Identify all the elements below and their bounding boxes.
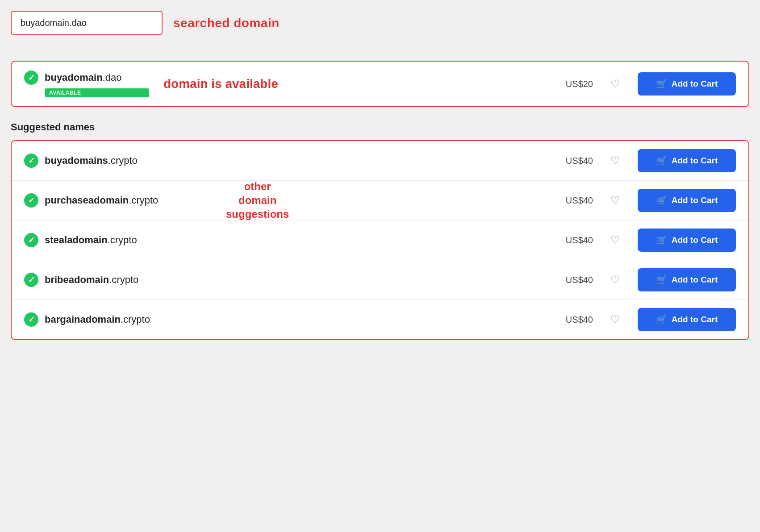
- suggestion-name-col-0: buyadomains.crypto: [24, 154, 194, 168]
- heart-icon-4: ♡: [610, 313, 620, 326]
- suggestion-cart-label-1: Add to Cart: [672, 195, 718, 205]
- cart-icon-0: 🛒: [656, 155, 667, 166]
- suggestion-name-col-1: purchaseadomain.crypto: [24, 193, 194, 208]
- suggestion-add-to-cart-3[interactable]: 🛒 Add to Cart: [638, 268, 736, 291]
- available-badge: AVAILABLE: [45, 88, 149, 97]
- suggestion-wishlist-4[interactable]: ♡: [607, 312, 623, 328]
- suggestion-price-4: US$40: [557, 315, 593, 325]
- suggestion-price-3: US$40: [557, 275, 593, 285]
- suggested-names-title: Suggested names: [11, 121, 749, 133]
- main-domain-text: buyadomain.dao: [45, 72, 121, 83]
- cart-icon-3: 🛒: [656, 274, 667, 285]
- suggestion-add-to-cart-1[interactable]: 🛒 Add to Cart: [638, 189, 736, 212]
- suggestion-row-2: stealadomain.crypto US$40 ♡ 🛒 Add to Car…: [12, 220, 748, 260]
- suggestion-check-icon-4: [24, 312, 38, 327]
- suggestion-domain-ext-1: .crypto: [129, 195, 158, 206]
- suggestion-check-icon-1: [24, 193, 38, 208]
- suggestion-domain-ext-0: .crypto: [108, 155, 138, 166]
- suggestion-name-col-3: bribeadomain.crypto: [24, 273, 194, 287]
- cart-icon-1: 🛒: [656, 195, 667, 206]
- other-domain-suggestions-annotation: other domain suggestions: [226, 179, 289, 221]
- suggestion-check-icon-3: [24, 273, 38, 287]
- suggestion-domain-text-3: bribeadomain.crypto: [45, 274, 138, 286]
- search-input[interactable]: [11, 11, 163, 35]
- suggestion-domain-text-0: buyadomains.crypto: [45, 155, 138, 166]
- suggestion-cart-label-0: Add to Cart: [672, 156, 718, 166]
- suggestion-price-2: US$40: [557, 235, 593, 245]
- top-divider: [11, 48, 749, 48]
- suggestion-wishlist-3[interactable]: ♡: [607, 272, 623, 288]
- cart-icon-4: 🛒: [656, 314, 667, 325]
- suggestion-add-to-cart-4[interactable]: 🛒 Add to Cart: [638, 308, 736, 331]
- suggestion-row-3: bribeadomain.crypto US$40 ♡ 🛒 Add to Car…: [12, 260, 748, 300]
- suggestion-domain-ext-2: .crypto: [108, 234, 137, 245]
- heart-icon-1: ♡: [610, 194, 620, 207]
- main-price: US$20: [557, 79, 593, 89]
- domain-available-annotation: domain is available: [163, 77, 278, 91]
- suggestion-cart-label-2: Add to Cart: [672, 235, 718, 245]
- main-result-card: buyadomain.dao AVAILABLE domain is avail…: [11, 61, 749, 107]
- suggestion-row-0: buyadomains.crypto US$40 ♡ 🛒 Add to Cart: [12, 141, 748, 181]
- suggestion-cart-label-3: Add to Cart: [672, 275, 718, 285]
- suggestion-check-icon-2: [24, 233, 38, 247]
- suggestion-name-col-4: bargainadomain.crypto: [24, 312, 194, 327]
- heart-icon-2: ♡: [610, 234, 620, 246]
- suggestion-price-1: US$40: [557, 195, 593, 206]
- suggestion-row-1: purchaseadomain.crypto other domain sugg…: [12, 181, 748, 220]
- suggestion-add-to-cart-0[interactable]: 🛒 Add to Cart: [638, 149, 736, 172]
- main-add-to-cart-button[interactable]: 🛒 Add to Cart: [638, 72, 736, 96]
- heart-icon-3: ♡: [610, 274, 620, 286]
- suggestion-domain-text-2: stealadomain.crypto: [45, 234, 137, 246]
- available-check-icon: [24, 71, 38, 85]
- main-domain-info: buyadomain.dao AVAILABLE: [24, 71, 149, 97]
- heart-icon: ♡: [610, 78, 620, 90]
- suggestion-price-0: US$40: [557, 156, 593, 166]
- heart-icon-0: ♡: [610, 154, 620, 167]
- suggestion-row-4: bargainadomain.crypto US$40 ♡ 🛒 Add to C…: [12, 300, 748, 339]
- searched-domain-annotation: searched domain: [173, 16, 280, 30]
- suggestion-domain-ext-4: .crypto: [121, 314, 150, 325]
- suggestion-wishlist-0[interactable]: ♡: [607, 153, 623, 169]
- main-add-to-cart-label: Add to Cart: [672, 79, 718, 89]
- suggestion-domain-bold-1: purchaseadomain: [45, 195, 129, 206]
- suggestions-container: buyadomains.crypto US$40 ♡ 🛒 Add to Cart…: [11, 140, 749, 340]
- suggestion-domain-text-4: bargainadomain.crypto: [45, 314, 150, 325]
- suggestion-domain-bold-2: stealadomain: [45, 234, 108, 245]
- suggestion-domain-text-1: purchaseadomain.crypto: [45, 195, 158, 206]
- suggestion-domain-bold-4: bargainadomain: [45, 314, 121, 325]
- cart-icon-2: 🛒: [656, 235, 667, 245]
- suggestion-domain-ext-3: .crypto: [109, 274, 138, 285]
- suggestion-name-col-2: stealadomain.crypto: [24, 233, 194, 247]
- cart-icon: 🛒: [656, 79, 667, 89]
- suggestion-domain-bold-3: bribeadomain: [45, 274, 109, 285]
- suggestion-check-icon-0: [24, 154, 38, 168]
- suggestion-domain-bold-0: buyadomains: [45, 155, 108, 166]
- main-wishlist-button[interactable]: ♡: [607, 76, 623, 92]
- suggestion-add-to-cart-2[interactable]: 🛒 Add to Cart: [638, 229, 736, 252]
- suggestion-cart-label-4: Add to Cart: [672, 315, 718, 324]
- suggestion-wishlist-2[interactable]: ♡: [607, 232, 623, 248]
- suggestion-wishlist-1[interactable]: ♡: [607, 192, 623, 208]
- main-domain-bold: buyadomain: [45, 72, 103, 83]
- main-domain-ext: .dao: [103, 72, 122, 83]
- top-search-section: searched domain: [11, 11, 749, 35]
- main-domain-name-row: buyadomain.dao: [24, 71, 149, 85]
